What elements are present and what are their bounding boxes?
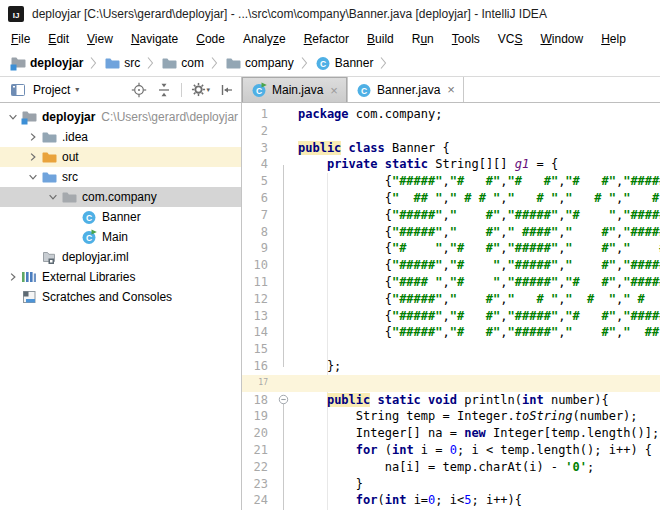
menu-build[interactable]: Build bbox=[358, 30, 403, 48]
code-line-5[interactable]: 5 {"#####","# #","# #","# #","##### bbox=[242, 173, 660, 190]
code-text bbox=[294, 375, 298, 392]
ticon folder-excluded-icon bbox=[41, 149, 57, 165]
chevron-collapsed-icon[interactable] bbox=[4, 271, 21, 283]
code-line-21[interactable]: 21 for (int i = 0; i < temp.length(); i+… bbox=[242, 442, 660, 459]
svg-text:C: C bbox=[86, 233, 92, 243]
close-icon[interactable]: × bbox=[447, 83, 455, 96]
code-line-22[interactable]: 22 na[i] = temp.charAt(i) - '0'; bbox=[242, 459, 660, 476]
intellij-logo-icon: IJ bbox=[8, 6, 24, 22]
chevron-expanded-icon[interactable] bbox=[44, 191, 61, 203]
tab-main-java[interactable]: CMain.java× bbox=[242, 77, 347, 102]
tool-row: Project ▾ ▾ CMain.java×CBanner.java× bbox=[0, 77, 660, 103]
menu-file[interactable]: File bbox=[2, 30, 39, 48]
tree-item-banner[interactable]: CBanner bbox=[0, 207, 241, 227]
menu-view[interactable]: View bbox=[78, 30, 122, 48]
editor-tab-bar: CMain.java×CBanner.java× bbox=[242, 77, 660, 102]
code-text bbox=[294, 341, 298, 358]
svg-text:C: C bbox=[361, 85, 367, 95]
crumb-deployjar[interactable]: deployjar bbox=[8, 55, 85, 71]
crumb-src[interactable]: src bbox=[102, 55, 142, 71]
tree-item-out[interactable]: out bbox=[0, 147, 241, 167]
code-line-7[interactable]: 7 {"#####"," #","#####","# ","##### bbox=[242, 207, 660, 224]
ticon folder-project-icon bbox=[21, 109, 37, 125]
menu-tools[interactable]: Tools bbox=[443, 30, 489, 48]
code-line-12[interactable]: 12 {"#####"," #"," # "," # "," # bbox=[242, 291, 660, 308]
code-line-6[interactable]: 6 {" ## "," # # "," # "," # "," # bbox=[242, 190, 660, 207]
code-line-15[interactable]: 15 bbox=[242, 341, 660, 358]
tree-item-label: deployjar bbox=[42, 110, 95, 124]
code-text: {"#####","# #","# #","# #","##### bbox=[294, 173, 660, 190]
tree-item-com-company[interactable]: com.company bbox=[0, 187, 241, 207]
tree-item-idea[interactable]: .idea bbox=[0, 127, 241, 147]
crumb-com[interactable]: com bbox=[159, 55, 206, 71]
menu-code[interactable]: Code bbox=[187, 30, 234, 48]
code-line-16[interactable]: 16 }; bbox=[242, 358, 660, 375]
fold-column bbox=[272, 257, 294, 274]
code-text: Integer[] na = new Integer[temp.length()… bbox=[294, 425, 659, 442]
tree-item-main[interactable]: CMain bbox=[0, 227, 241, 247]
code-line-20[interactable]: 20 Integer[] na = new Integer[temp.lengt… bbox=[242, 425, 660, 442]
fold-column bbox=[272, 341, 294, 358]
line-number: 9 bbox=[242, 240, 272, 257]
crumb-label: company bbox=[245, 56, 294, 70]
chevron-expanded-icon[interactable] bbox=[24, 171, 41, 183]
code-text: public class Banner { bbox=[294, 140, 450, 157]
code-line-10[interactable]: 10 {"#####","# ","#####"," #","##### bbox=[242, 257, 660, 274]
menu-window[interactable]: Window bbox=[531, 30, 592, 48]
menu-edit[interactable]: Edit bbox=[39, 30, 78, 48]
close-icon[interactable]: × bbox=[330, 84, 338, 97]
code-line-19[interactable]: 19 String temp = Integer.toString(number… bbox=[242, 408, 660, 425]
code-line-1[interactable]: 1package com.company; bbox=[242, 106, 660, 123]
project-view-selector[interactable]: Project ▾ bbox=[33, 83, 79, 97]
code-line-3[interactable]: 3public class Banner { bbox=[242, 140, 660, 157]
code-line-23[interactable]: 23 } bbox=[242, 476, 660, 493]
line-number: 3 bbox=[242, 140, 272, 157]
ticon libraries-icon bbox=[21, 269, 37, 285]
chevron-collapsed-icon[interactable] bbox=[24, 151, 41, 163]
fold-column bbox=[272, 156, 294, 173]
tree-item-external-libraries[interactable]: External Libraries bbox=[0, 267, 241, 287]
menu-analyze[interactable]: Analyze bbox=[234, 30, 295, 48]
crumb-banner[interactable]: CBanner bbox=[313, 55, 376, 71]
collapse-all-icon[interactable] bbox=[156, 82, 172, 98]
tree-item-scratches-and-consoles[interactable]: Scratches and Consoles bbox=[0, 287, 241, 307]
locate-file-icon[interactable] bbox=[131, 82, 147, 98]
main-area: deployjarC:\Users\gerard\deployjar.ideao… bbox=[0, 103, 660, 510]
tree-item-deployjar[interactable]: deployjarC:\Users\gerard\deployjar bbox=[0, 107, 241, 127]
code-text: }; bbox=[294, 358, 341, 375]
code-line-8[interactable]: 8 {"#####"," #"," ####"," #","##### bbox=[242, 224, 660, 241]
code-line-13[interactable]: 13 {"#####","# #","#####","# #","##### bbox=[242, 308, 660, 325]
ticon class-icon: C bbox=[81, 209, 97, 225]
code-line-2[interactable]: 2 bbox=[242, 123, 660, 140]
code-editor[interactable]: 1package com.company;23public class Bann… bbox=[242, 103, 660, 510]
code-line-24[interactable]: 24 for(int i=0; i<5; i++){ bbox=[242, 492, 660, 509]
line-number: 2 bbox=[242, 123, 272, 140]
line-number: 16 bbox=[242, 358, 272, 375]
menu-navigate[interactable]: Navigate bbox=[122, 30, 187, 48]
code-line-17[interactable]: 17 bbox=[242, 375, 660, 392]
code-line-4[interactable]: 4 private static String[][] g1 = { bbox=[242, 156, 660, 173]
code-line-9[interactable]: 9 {"# ","# #","#####"," #"," # bbox=[242, 240, 660, 257]
code-line-11[interactable]: 11 {"#### ","# ","#####","# #","##### bbox=[242, 274, 660, 291]
breadcrumb-separator-icon bbox=[380, 56, 387, 70]
crumb-company[interactable]: company bbox=[223, 55, 296, 71]
tree-item-deployjar-iml[interactable]: deployjar.iml bbox=[0, 247, 241, 267]
tree-item-src[interactable]: src bbox=[0, 167, 241, 187]
tab-banner-java[interactable]: CBanner.java× bbox=[347, 77, 464, 102]
menu-vcs[interactable]: VCS bbox=[489, 30, 532, 48]
title-bar: IJ deployjar [C:\Users\gerard\deployjar]… bbox=[0, 0, 660, 28]
settings-gear-icon[interactable]: ▾ bbox=[191, 82, 210, 97]
fold-column bbox=[272, 425, 294, 442]
tree-item-label: Scratches and Consoles bbox=[42, 290, 172, 304]
chevron-collapsed-icon[interactable] bbox=[24, 131, 41, 143]
fold-marker-icon[interactable] bbox=[272, 392, 294, 409]
tree-item-label: com.company bbox=[82, 190, 157, 204]
menu-help[interactable]: Help bbox=[592, 30, 635, 48]
menu-run[interactable]: Run bbox=[403, 30, 443, 48]
chevron-expanded-icon[interactable] bbox=[4, 111, 21, 123]
menu-refactor[interactable]: Refactor bbox=[295, 30, 358, 48]
code-line-14[interactable]: 14 {"#####","# #","#####"," #"," ## bbox=[242, 324, 660, 341]
hide-panel-icon[interactable] bbox=[219, 82, 235, 98]
code-text: {" ## "," # # "," # "," # "," # bbox=[294, 190, 659, 207]
code-line-18[interactable]: 18 public static void println(int number… bbox=[242, 392, 660, 409]
